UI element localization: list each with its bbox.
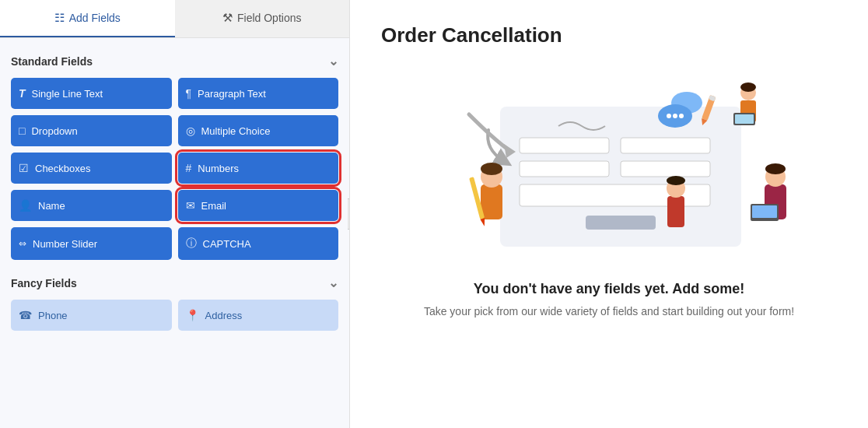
field-btn-dropdown[interactable]: □ Dropdown — [11, 115, 172, 146]
field-btn-address[interactable]: 📍 Address — [178, 300, 339, 331]
paragraph-text-label: Paragraph Text — [198, 88, 266, 100]
person-left — [469, 163, 502, 226]
tab-add-fields-label: Add Fields — [69, 12, 121, 24]
fancy-fields-grid: ☎ Phone 📍 Address — [11, 300, 338, 331]
address-label: Address — [205, 310, 243, 321]
single-line-text-label: Single Line Text — [32, 88, 103, 100]
tab-field-options[interactable]: ⚒ Field Options — [175, 0, 350, 37]
numbers-label: Numbers — [198, 163, 239, 174]
checkboxes-label: Checkboxes — [35, 163, 91, 174]
field-btn-numbers[interactable]: # Numbers — [178, 153, 339, 184]
numbers-icon: # — [186, 162, 192, 174]
fancy-fields-header: Fancy Fields ⌄ — [11, 275, 338, 290]
tab-add-fields[interactable]: ☷ Add Fields — [0, 0, 175, 37]
form-illustration — [407, 60, 811, 265]
field-btn-checkboxes[interactable]: ☑ Checkboxes — [11, 153, 172, 184]
field-btn-multiple-choice[interactable]: ◎ Multiple Choice — [178, 115, 339, 146]
standard-fields-grid: T Single Line Text ¶ Paragraph Text □ Dr… — [11, 78, 338, 260]
tab-field-options-label: Field Options — [237, 12, 301, 24]
name-label: Name — [38, 200, 65, 212]
left-panel: ☷ Add Fields ⚒ Field Options Standard Fi… — [0, 0, 350, 428]
svg-rect-12 — [752, 205, 777, 218]
svg-point-15 — [667, 176, 685, 185]
multiple-choice-icon: ◎ — [186, 125, 195, 137]
number-slider-icon: ⇔ — [19, 238, 26, 249]
phone-label: Phone — [38, 310, 68, 321]
field-btn-number-slider[interactable]: ⇔ Number Slider — [11, 227, 172, 260]
form-field-4 — [621, 161, 710, 177]
form-field-2 — [621, 138, 710, 153]
submit-btn-placeholder — [586, 216, 656, 230]
field-btn-captcha[interactable]: ⓘ CAPTCHA — [178, 227, 339, 260]
svg-point-10 — [765, 163, 786, 174]
svg-rect-3 — [481, 184, 502, 219]
svg-rect-13 — [667, 196, 684, 227]
paragraph-text-icon: ¶ — [186, 87, 192, 100]
standard-fields-label: Standard Fields — [11, 55, 93, 68]
field-btn-phone[interactable]: ☎ Phone — [11, 300, 172, 331]
phone-icon: ☎ — [19, 309, 32, 321]
chat-dot-2 — [673, 114, 677, 118]
address-icon: 📍 — [186, 309, 199, 321]
right-panel: Order Cancellation — [350, 0, 868, 428]
standard-fields-chevron[interactable]: ⌄ — [328, 54, 338, 68]
email-icon: ✉ — [186, 199, 195, 212]
collapse-panel-handle[interactable]: ‹ — [348, 198, 350, 230]
svg-rect-20 — [735, 114, 754, 124]
email-label: Email — [201, 200, 227, 212]
person-right — [751, 163, 786, 221]
multiple-choice-label: Multiple Choice — [201, 125, 271, 137]
field-btn-email[interactable]: ✉ Email — [178, 190, 339, 221]
fancy-fields-label: Fancy Fields — [11, 277, 77, 289]
form-field-1 — [520, 138, 609, 153]
empty-state-title: You don't have any fields yet. Add some! — [424, 281, 794, 297]
fancy-fields-chevron[interactable]: ⌄ — [328, 275, 338, 290]
name-icon: 👤 — [19, 199, 32, 212]
dropdown-icon: □ — [19, 125, 25, 137]
empty-state-subtitle: Take your pick from our wide variety of … — [424, 303, 794, 320]
person-laptop — [733, 82, 756, 125]
captcha-icon: ⓘ — [186, 237, 197, 251]
standard-fields-header: Standard Fields ⌄ — [11, 54, 338, 68]
add-fields-icon: ☷ — [54, 11, 65, 25]
single-line-text-icon: T — [19, 87, 26, 100]
field-btn-name[interactable]: 👤 Name — [11, 190, 172, 221]
fields-panel: Standard Fields ⌄ T Single Line Text ¶ P… — [0, 38, 349, 428]
tabs-bar: ☷ Add Fields ⚒ Field Options — [0, 0, 349, 38]
captcha-label: CAPTCHA — [203, 238, 251, 250]
dropdown-label: Dropdown — [31, 125, 77, 137]
chat-dot-3 — [679, 114, 684, 118]
number-slider-label: Number Slider — [33, 238, 97, 250]
field-btn-single-line-text[interactable]: T Single Line Text — [11, 78, 172, 109]
checkboxes-icon: ☑ — [19, 162, 29, 174]
illustration-svg — [407, 60, 811, 262]
field-btn-paragraph-text[interactable]: ¶ Paragraph Text — [178, 78, 339, 109]
person-center — [667, 176, 685, 227]
empty-state: You don't have any fields yet. Add some!… — [424, 281, 794, 320]
svg-point-5 — [481, 163, 502, 175]
field-options-icon: ⚒ — [222, 11, 233, 25]
form-field-3 — [520, 161, 609, 177]
form-title: Order Cancellation — [381, 23, 562, 47]
svg-point-17 — [740, 82, 756, 92]
chat-dot-1 — [667, 114, 671, 118]
